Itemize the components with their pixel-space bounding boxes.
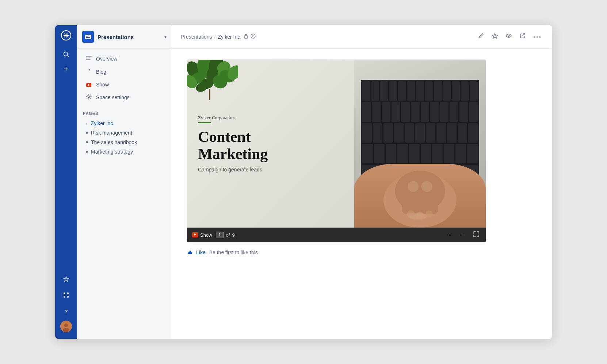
- app-window: + ?: [55, 25, 552, 339]
- svg-point-26: [506, 34, 511, 38]
- breadcrumb: Presentations / Zylker Inc.: [181, 34, 256, 40]
- plant-decoration: [187, 60, 238, 100]
- svg-rect-45: [402, 196, 438, 214]
- emoji-icon: [251, 34, 256, 40]
- slide-subtitle: Campaign to generate leads: [198, 167, 268, 173]
- show-badge: [86, 83, 91, 87]
- sidebar: Presentations ▾ Overview " Blog: [77, 25, 172, 339]
- page-item-risk-management[interactable]: Risk management: [83, 128, 166, 138]
- avatar[interactable]: [60, 321, 72, 332]
- page-indicator: 1 of 9: [216, 232, 235, 238]
- blog-label: Blog: [96, 69, 106, 75]
- svg-rect-10: [67, 296, 69, 298]
- svg-point-21: [88, 96, 90, 98]
- svg-point-25: [253, 35, 254, 36]
- lock-icon: [244, 34, 248, 40]
- presentation-slide: Zylker Corporation Content Marketing Cam…: [187, 60, 486, 228]
- svg-marker-20: [88, 84, 90, 86]
- sidebar-item-settings[interactable]: Space settings: [79, 91, 169, 104]
- help-icon[interactable]: ?: [60, 305, 73, 318]
- like-button[interactable]: Like: [187, 249, 206, 256]
- svg-marker-51: [194, 233, 196, 236]
- presentation-embed: Zylker Corporation Content Marketing Cam…: [187, 59, 486, 243]
- show-btn-label: Show: [200, 232, 212, 238]
- svg-point-12: [64, 324, 68, 327]
- svg-rect-50: [407, 213, 415, 216]
- create-icon[interactable]: +: [60, 62, 73, 75]
- show-label: Show: [96, 82, 109, 88]
- slide-company: Zylker Corporation: [198, 115, 268, 121]
- overview-icon: [85, 55, 92, 62]
- page-label-sales: The sales handbook: [91, 139, 137, 145]
- like-section: Like Be the first to like this: [187, 249, 537, 256]
- slide-title: Content Marketing: [198, 128, 268, 162]
- blog-icon: ": [85, 68, 92, 75]
- page-item-sales-handbook[interactable]: The sales handbook: [83, 138, 166, 147]
- svg-rect-52: [188, 252, 189, 254]
- page-label-marketing: Marketing strategy: [91, 149, 133, 155]
- global-nav: + ?: [55, 25, 77, 339]
- watch-icon[interactable]: [504, 31, 514, 42]
- svg-point-27: [508, 35, 509, 36]
- page-item-zylker-inc[interactable]: › Zylker Inc.: [83, 119, 166, 128]
- show-icon: [85, 81, 92, 88]
- total-pages: 9: [232, 232, 234, 238]
- svg-line-6: [68, 56, 69, 57]
- svg-rect-39: [209, 89, 210, 100]
- slide-content: Zylker Corporation Content Marketing Cam…: [187, 100, 279, 187]
- like-description: Be the first to like this: [209, 249, 258, 255]
- svg-point-44: [421, 181, 432, 192]
- svg-point-24: [252, 35, 253, 36]
- search-icon[interactable]: [60, 48, 73, 61]
- page-label-risk: Risk management: [91, 130, 132, 136]
- apps-grid-icon[interactable]: [60, 289, 73, 302]
- page-label-zylker: Zylker Inc.: [91, 120, 115, 126]
- pages-label: PAGES: [83, 111, 166, 116]
- svg-rect-16: [86, 37, 90, 38]
- star-icon[interactable]: [490, 31, 500, 42]
- prev-slide-button[interactable]: ←: [445, 231, 454, 239]
- svg-point-5: [64, 52, 68, 56]
- edit-icon[interactable]: [476, 31, 486, 42]
- svg-rect-15: [86, 36, 88, 36]
- sidebar-item-blog[interactable]: " Blog: [79, 65, 169, 78]
- fullscreen-button[interactable]: [472, 231, 481, 239]
- space-icon: [82, 31, 94, 43]
- slide-divider: [198, 122, 211, 123]
- breadcrumb-current: Zylker Inc.: [218, 34, 242, 40]
- sidebar-navigation: Overview " Blog Show: [77, 49, 172, 108]
- presentation-toolbar: Show 1 of 9 ← →: [187, 228, 486, 242]
- settings-label: Space settings: [96, 94, 130, 100]
- settings-icon: [85, 94, 92, 101]
- sidebar-item-show[interactable]: Show: [79, 78, 169, 91]
- app-logo[interactable]: [60, 29, 73, 42]
- main-content: Presentations / Zylker Inc.: [172, 25, 552, 339]
- hands-decoration: [354, 164, 486, 228]
- top-actions: ···: [476, 31, 543, 42]
- svg-rect-22: [244, 36, 248, 38]
- sidebar-item-overview[interactable]: Overview: [79, 53, 169, 65]
- next-slide-button[interactable]: →: [457, 231, 465, 239]
- svg-rect-14: [85, 35, 91, 39]
- svg-rect-9: [64, 296, 65, 298]
- svg-point-13: [63, 328, 69, 332]
- bullet-icon: [86, 141, 88, 143]
- bullet-icon: [86, 132, 88, 134]
- page-of-label: of: [226, 232, 230, 238]
- space-name: Presentations: [98, 34, 161, 40]
- current-page: 1: [216, 232, 224, 238]
- svg-point-43: [408, 181, 419, 192]
- pin-icon[interactable]: [60, 272, 73, 286]
- breadcrumb-presentations[interactable]: Presentations: [181, 34, 212, 40]
- breadcrumb-separator: /: [214, 34, 216, 40]
- bullet-icon: [86, 151, 88, 153]
- svg-rect-7: [64, 293, 65, 294]
- show-badge-icon: [192, 232, 198, 237]
- show-button[interactable]: Show: [192, 232, 212, 238]
- chevron-down-icon[interactable]: ▾: [164, 34, 167, 39]
- more-options-icon[interactable]: ···: [532, 32, 543, 42]
- page-item-marketing-strategy[interactable]: Marketing strategy: [83, 147, 166, 156]
- svg-point-23: [251, 34, 255, 38]
- share-icon[interactable]: [518, 31, 527, 42]
- slide-navigation: ← →: [445, 231, 465, 239]
